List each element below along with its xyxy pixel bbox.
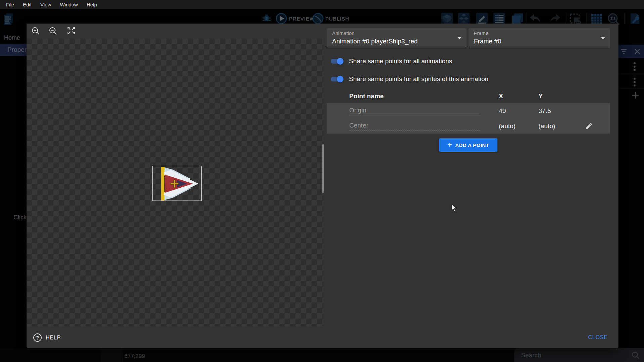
pencil-icon [585, 122, 593, 130]
menu-window[interactable]: Window [55, 2, 82, 7]
animation-select-label: Animation [332, 30, 355, 36]
add-a-point-label: ADD A POINT [455, 142, 489, 148]
zoom-in-icon[interactable] [31, 26, 40, 36]
zoom-out-icon[interactable] [48, 26, 58, 36]
sprite-canvas[interactable] [27, 39, 323, 327]
chevron-down-icon [457, 37, 462, 39]
plus-icon: + [447, 141, 452, 149]
app-window: { "menubar": { "items": ["File", "Edit",… [0, 0, 644, 362]
menu-bar: File Edit View Window Help [0, 0, 644, 9]
help-label: HELP [46, 335, 61, 341]
header-point-name: Point name [349, 93, 499, 100]
points-table-header: Point name X Y [327, 91, 610, 102]
header-y: Y [538, 93, 575, 100]
frame-select-label: Frame [474, 30, 488, 36]
canvas-scrollbar-thumb[interactable] [322, 144, 324, 193]
toggle-label: Share same points for all sprites of thi… [349, 75, 488, 83]
animation-select[interactable]: Animation Animation #0 playerShip3_red [327, 28, 467, 48]
canvas-toolbar [27, 24, 323, 39]
chevron-down-icon [601, 37, 605, 39]
help-button[interactable]: ? HELP [33, 333, 61, 342]
player-ship-sprite [153, 166, 202, 201]
edit-center-point-button[interactable] [584, 121, 594, 131]
share-points-sprites-row: Share same points for all sprites of thi… [329, 74, 488, 84]
svg-text:?: ? [36, 335, 39, 340]
animation-select-value: Animation #0 playerShip3_red [332, 38, 418, 45]
menu-view[interactable]: View [36, 2, 55, 7]
center-x-field[interactable]: (auto) [499, 122, 538, 130]
close-button[interactable]: CLOSE [588, 334, 608, 340]
origin-name-field: Origin [349, 107, 480, 115]
edit-points-dialog: Animation Animation #0 playerShip3_red F… [27, 24, 618, 348]
frame-select-value: Frame #0 [474, 38, 501, 45]
table-row-center: Center (auto) (auto) [327, 118, 610, 134]
origin-y-field[interactable]: 37.5 [538, 107, 575, 115]
center-name-field: Center [349, 122, 480, 131]
share-points-sprites-toggle[interactable] [329, 75, 344, 83]
add-a-point-button[interactable]: + ADD A POINT [439, 138, 497, 152]
points-panel: Animation Animation #0 playerShip3_red F… [327, 24, 610, 327]
sprite-frame-image [152, 166, 202, 201]
menu-help[interactable]: Help [82, 2, 102, 7]
points-table-body: Origin 49 37.5 Center (auto) (auto) [327, 103, 610, 134]
frame-select[interactable]: Frame Frame #0 [469, 28, 610, 48]
center-y-field[interactable]: (auto) [538, 122, 575, 130]
help-icon: ? [33, 333, 42, 342]
origin-x-field[interactable]: 49 [499, 107, 538, 115]
header-x: X [499, 93, 538, 100]
menu-file[interactable]: File [2, 2, 18, 7]
menu-edit[interactable]: Edit [18, 2, 36, 7]
fit-to-view-icon[interactable] [67, 26, 76, 35]
table-row-origin: Origin 49 37.5 [327, 103, 610, 118]
toggle-label: Share same points for all animations [349, 58, 452, 65]
share-points-animations-row: Share same points for all animations [329, 56, 452, 66]
share-points-animations-toggle[interactable] [329, 58, 344, 65]
